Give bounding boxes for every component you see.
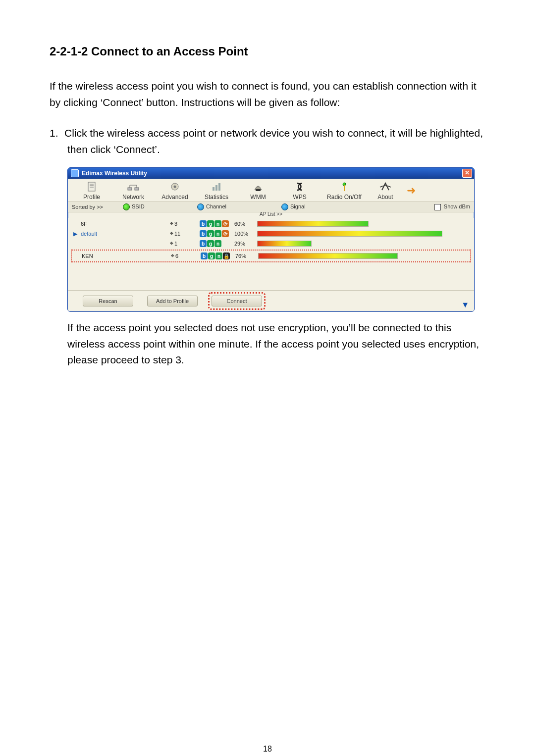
sort-dot-icon bbox=[281, 203, 288, 210]
sort-bar: Sorted by >> SSID Channel Signal Show dB… bbox=[68, 202, 474, 212]
svg-rect-0 bbox=[88, 182, 95, 191]
button-row: Rescan Add to Profile Connect ▼ bbox=[68, 290, 474, 311]
tab-radio-label: Radio On/Off bbox=[321, 194, 368, 201]
network-row[interactable]: ▶ default ⌖11 bgn⟳ 100% bbox=[71, 229, 471, 239]
tab-profile[interactable]: Profile bbox=[71, 181, 112, 201]
svg-point-10 bbox=[174, 186, 176, 188]
signal-bar bbox=[257, 241, 471, 247]
connected-icon: ▶ bbox=[71, 231, 80, 237]
mode-cell: bgn⟳ bbox=[200, 230, 234, 237]
mode-cell: bgn🔒 bbox=[201, 252, 235, 259]
close-icon[interactable]: ✕ bbox=[462, 169, 472, 178]
signal-bar bbox=[257, 231, 471, 237]
window-titlebar: Edimax Wireless Utility ✕ bbox=[68, 168, 474, 179]
ssid-cell: 6F bbox=[80, 221, 170, 227]
signal-pct: 76% bbox=[235, 253, 258, 259]
tab-wmm-label: WMM bbox=[237, 194, 279, 201]
signal-pct: 100% bbox=[234, 231, 257, 237]
sort-ssid[interactable]: SSID bbox=[123, 203, 197, 210]
sort-ssid-label: SSID bbox=[132, 203, 145, 209]
mode-cell: bgn⟳ bbox=[200, 220, 234, 227]
network-icon bbox=[125, 181, 141, 193]
app-icon bbox=[71, 169, 79, 177]
tab-wmm[interactable]: WMM bbox=[237, 181, 279, 201]
tab-statistics[interactable]: Statistics bbox=[196, 181, 237, 201]
svg-rect-5 bbox=[135, 188, 139, 190]
antenna-icon bbox=[336, 181, 352, 193]
svg-rect-13 bbox=[218, 183, 220, 191]
svg-rect-12 bbox=[215, 185, 217, 191]
tab-wps-label: WPS bbox=[279, 194, 321, 201]
channel-cell: ⌖1 bbox=[170, 240, 200, 248]
tab-wps[interactable]: WPS bbox=[279, 181, 321, 201]
section-heading: 2-2-1-2 Connect to an Access Point bbox=[50, 45, 485, 58]
sort-signal[interactable]: Signal bbox=[281, 203, 380, 210]
window-title: Edimax Wireless Utility bbox=[82, 170, 462, 177]
connect-button[interactable]: Connect bbox=[212, 296, 262, 306]
channel-cell: ⌖11 bbox=[170, 230, 200, 238]
antenna-small-icon: ⌖ bbox=[169, 230, 174, 238]
signal-bar bbox=[257, 221, 471, 227]
profile-icon bbox=[84, 181, 100, 193]
show-dbm-toggle[interactable]: Show dBm bbox=[434, 203, 470, 210]
radio-dot-icon bbox=[123, 203, 130, 210]
followup-paragraph: If the access point you selected does no… bbox=[50, 320, 485, 368]
tab-statistics-label: Statistics bbox=[196, 194, 237, 201]
signal-bar bbox=[258, 253, 470, 259]
channel-cell: ⌖6 bbox=[171, 252, 201, 260]
antenna-small-icon: ⌖ bbox=[169, 220, 174, 228]
tab-network[interactable]: Network bbox=[112, 181, 154, 201]
sort-dot-icon bbox=[197, 203, 204, 210]
step-1: 1.Click the wireless access point or net… bbox=[50, 125, 485, 157]
add-to-profile-button[interactable]: Add to Profile bbox=[147, 296, 198, 306]
tab-radio[interactable]: Radio On/Off bbox=[321, 181, 368, 201]
sort-channel-label: Channel bbox=[206, 203, 226, 209]
ap-list-label: AP List >> bbox=[68, 211, 474, 217]
network-row-selected[interactable]: KEN ⌖6 bgn🔒 76% bbox=[71, 250, 471, 262]
wps-icon bbox=[292, 181, 308, 193]
wmm-icon bbox=[250, 181, 266, 193]
page-number: 18 bbox=[50, 745, 485, 754]
tab-about-label: About bbox=[368, 194, 403, 201]
network-row[interactable]: ⌖1 bgn 29% bbox=[71, 239, 471, 249]
mode-cell: bgn bbox=[200, 240, 234, 247]
svg-rect-14 bbox=[256, 189, 261, 191]
network-row[interactable]: 6F ⌖3 bgn⟳ 60% bbox=[71, 219, 471, 229]
sort-signal-label: Signal bbox=[290, 203, 306, 209]
tab-advanced-label: Advanced bbox=[154, 194, 196, 201]
signal-pct: 29% bbox=[234, 241, 257, 247]
tab-profile-label: Profile bbox=[71, 194, 112, 201]
step-1-number: 1. bbox=[50, 125, 64, 142]
chart-icon bbox=[209, 181, 224, 193]
antenna-small-icon: ⌖ bbox=[169, 240, 174, 248]
checkbox-icon bbox=[434, 204, 441, 210]
svg-rect-4 bbox=[128, 188, 132, 190]
network-list: 6F ⌖3 bgn⟳ 60% ▶ default ⌖11 bgn⟳ 100% ⌖… bbox=[68, 218, 474, 290]
ssid-cell: KEN bbox=[81, 253, 171, 259]
sort-channel[interactable]: Channel bbox=[197, 203, 281, 210]
ssid-cell: default bbox=[80, 231, 170, 237]
step-1-text: Click the wireless access point or netwo… bbox=[64, 127, 483, 155]
gear-icon bbox=[167, 181, 183, 193]
toolbar-next-icon[interactable]: ➜ bbox=[403, 184, 416, 197]
antenna-small-icon: ⌖ bbox=[170, 252, 175, 260]
tab-advanced[interactable]: Advanced bbox=[154, 181, 196, 201]
sorted-by-label: Sorted by >> bbox=[72, 204, 103, 210]
intro-paragraph: If the wireless access point you wish to… bbox=[50, 78, 485, 110]
main-toolbar: Profile Network Advanced Statistics bbox=[68, 179, 474, 202]
svg-rect-16 bbox=[344, 185, 345, 191]
wireless-utility-window: Edimax Wireless Utility ✕ Profile Networ… bbox=[67, 167, 475, 312]
about-icon bbox=[377, 181, 393, 193]
show-dbm-label: Show dBm bbox=[444, 203, 470, 209]
svg-rect-11 bbox=[213, 187, 214, 191]
rescan-button[interactable]: Rescan bbox=[83, 296, 133, 306]
tab-network-label: Network bbox=[112, 194, 154, 201]
scroll-down-icon[interactable]: ▼ bbox=[461, 301, 469, 309]
signal-pct: 60% bbox=[234, 221, 257, 227]
tab-about[interactable]: About bbox=[368, 181, 403, 201]
channel-cell: ⌖3 bbox=[170, 220, 200, 228]
